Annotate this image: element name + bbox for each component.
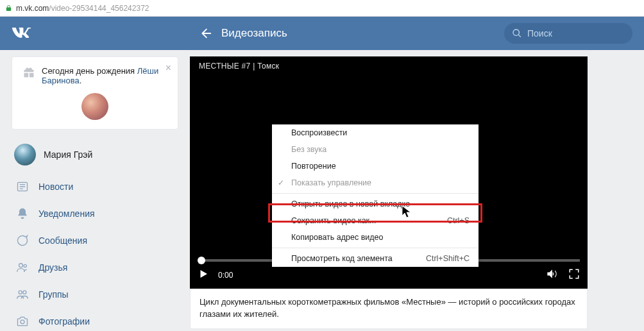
sidebar: × Сегодня день рождения Лёши Баринова. М… [12, 56, 178, 331]
video-player[interactable]: МЕСТНЫЕ #7 | Томск 0:00 Воспроизвести Бе… [190, 56, 588, 289]
bell-icon [15, 207, 30, 221]
ctx-play[interactable]: Воспроизвести [272, 124, 479, 141]
nav-groups[interactable]: Группы [12, 281, 178, 308]
ctx-loop[interactable]: Повторение [272, 158, 479, 174]
page-title: Видеозапись [216, 27, 287, 40]
lock-icon [4, 4, 13, 13]
search-box[interactable]: Поиск [504, 23, 632, 44]
message-icon [15, 233, 30, 248]
gift-icon [22, 66, 35, 81]
ctx-open-new-tab[interactable]: Открыть видео в новой вкладке [272, 196, 479, 212]
svg-point-2 [24, 264, 26, 267]
svg-point-1 [19, 264, 23, 267]
nav-friends[interactable]: Друзья [12, 254, 178, 281]
mouse-cursor-icon [402, 205, 412, 218]
ctx-copy-url[interactable]: Копировать адрес видео [272, 229, 479, 246]
search-placeholder: Поиск [527, 28, 552, 38]
context-menu: Воспроизвести Без звука Повторение ✓Пока… [272, 124, 479, 267]
birthday-text: Сегодня день рождения [42, 66, 135, 76]
play-button[interactable] [198, 268, 209, 282]
svg-point-3 [19, 291, 22, 294]
ctx-inspect[interactable]: Просмотреть код элементаCtrl+Shift+C [272, 250, 479, 267]
birthday-avatar[interactable] [81, 93, 108, 120]
video-title: МЕСТНЫЕ #7 | Томск [190, 56, 588, 76]
video-description: Цикл документальных короткометражных фил… [190, 289, 588, 329]
news-icon [15, 180, 30, 194]
volume-button[interactable] [545, 267, 558, 283]
close-icon[interactable]: × [165, 62, 171, 74]
content: МЕСТНЫЕ #7 | Томск 0:00 Воспроизвести Бе… [190, 56, 588, 331]
groups-icon [15, 287, 30, 301]
friends-icon [15, 260, 30, 275]
ctx-show-controls: ✓Показать управление [272, 174, 479, 191]
avatar [14, 144, 36, 166]
video-time: 0:00 [218, 271, 233, 280]
fullscreen-button[interactable] [568, 268, 580, 282]
back-button[interactable] [194, 22, 216, 44]
camera-icon [15, 314, 30, 328]
svg-point-4 [23, 291, 26, 294]
vk-logo[interactable] [12, 28, 37, 39]
url-domain: m.vk.com [16, 4, 49, 13]
check-icon: ✓ [278, 178, 284, 187]
address-bar[interactable]: m.vk.com /video-29534144_456242372 [0, 0, 644, 17]
svg-point-5 [21, 320, 24, 324]
nav-messages[interactable]: Сообщения [12, 227, 178, 254]
ctx-separator [272, 193, 479, 194]
ctx-separator [272, 248, 479, 248]
nav-news[interactable]: Новости [12, 173, 178, 200]
birthday-card: × Сегодня день рождения Лёши Баринова. [12, 56, 178, 130]
profile-name: Мария Грэй [44, 149, 92, 160]
nav-photos[interactable]: Фотографии [12, 308, 178, 331]
nav-notifications[interactable]: Уведомления [12, 200, 178, 227]
url-path: /video-29534144_456242372 [49, 4, 149, 13]
ctx-save-as[interactable]: Сохранить видео как...Ctrl+S [272, 212, 479, 229]
profile-row[interactable]: Мария Грэй [12, 140, 178, 173]
app-header: Видеозапись Поиск [0, 17, 644, 50]
ctx-mute: Без звука [272, 141, 479, 158]
